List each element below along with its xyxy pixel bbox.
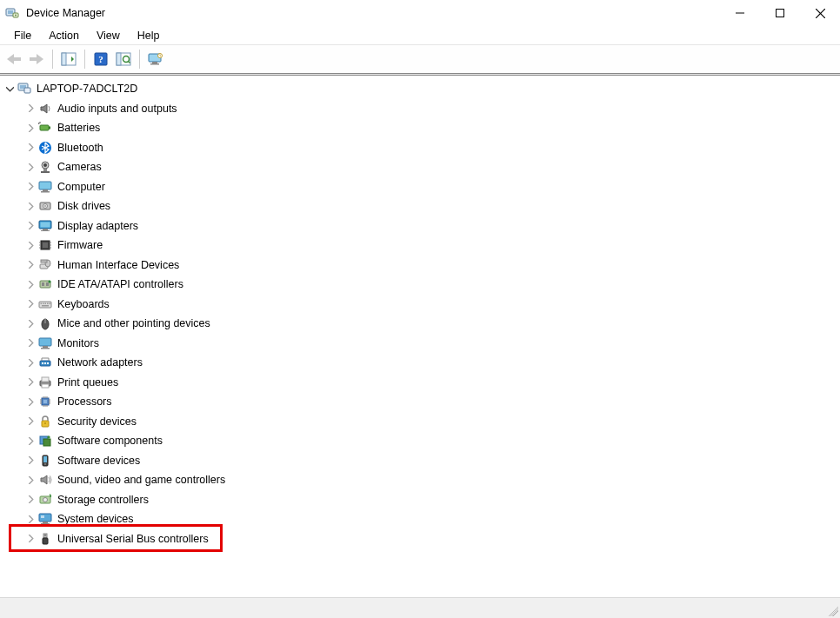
- svg-rect-66: [43, 346, 48, 348]
- tree-category-label: Batteries: [57, 122, 100, 134]
- menu-help[interactable]: Help: [129, 28, 169, 43]
- svg-rect-18: [152, 62, 157, 63]
- chevron-right-icon[interactable]: [26, 300, 35, 309]
- chevron-right-icon[interactable]: [26, 397, 35, 406]
- tree-category-ide[interactable]: IDE ATA/ATAPI controllers: [0, 275, 840, 295]
- svg-rect-74: [42, 384, 49, 388]
- device-tree[interactable]: LAPTOP-7ADCLT2DAudio inputs and outputsB…: [0, 76, 840, 594]
- svg-rect-30: [41, 171, 50, 173]
- svg-rect-56: [39, 302, 51, 308]
- chevron-right-icon[interactable]: [26, 515, 35, 523]
- tree-category-system[interactable]: System devices: [0, 509, 840, 529]
- svg-rect-42: [43, 243, 48, 248]
- tree-category-speaker[interactable]: Audio inputs and outputs: [0, 99, 840, 119]
- tree-category-label: Print queues: [57, 376, 118, 389]
- tree-category-monitor[interactable]: Monitors: [0, 334, 840, 354]
- swcomp-icon: [38, 434, 52, 448]
- close-button[interactable]: [800, 0, 840, 26]
- chevron-down-icon[interactable]: [5, 84, 14, 93]
- tree-root[interactable]: LAPTOP-7ADCLT2D: [0, 79, 840, 99]
- cpu-icon: [38, 395, 52, 409]
- tree-category-display[interactable]: Display adapters: [0, 216, 840, 236]
- svg-rect-61: [50, 302, 51, 304]
- tree-category-battery[interactable]: Batteries: [0, 118, 840, 138]
- toolbar-monitor-button[interactable]: [145, 49, 166, 70]
- tree-category-label: IDE ATA/ATAPI controllers: [57, 278, 183, 290]
- tree-category-storage[interactable]: Storage controllers: [0, 490, 840, 510]
- tree-category-mouse[interactable]: Mice and other pointing devices: [0, 314, 840, 334]
- svg-rect-105: [45, 535, 46, 536]
- chevron-right-icon[interactable]: [26, 319, 35, 328]
- tree-category-printer[interactable]: Print queues: [0, 373, 840, 393]
- svg-rect-92: [43, 439, 50, 446]
- chevron-right-icon[interactable]: [26, 475, 35, 484]
- svg-rect-33: [41, 191, 50, 193]
- toolbar-back-button[interactable]: [3, 49, 24, 70]
- svg-rect-99: [43, 522, 48, 523]
- network-icon: [38, 356, 52, 369]
- menu-file[interactable]: File: [5, 28, 40, 43]
- chevron-right-icon[interactable]: [26, 417, 35, 426]
- tree-category-disk[interactable]: Disk drives: [0, 196, 840, 216]
- chevron-right-icon[interactable]: [26, 143, 35, 152]
- svg-rect-25: [49, 127, 50, 130]
- svg-point-36: [44, 205, 46, 207]
- tree-category-swcomp[interactable]: Software components: [0, 431, 840, 451]
- svg-rect-40: [41, 230, 50, 231]
- chevron-right-icon[interactable]: [26, 358, 35, 367]
- toolbar-forward-button[interactable]: [26, 49, 47, 70]
- toolbar-showhide-button[interactable]: [58, 49, 79, 70]
- tree-category-label: Software devices: [57, 455, 140, 467]
- sound-icon: [38, 473, 52, 487]
- toolbar-scan-button[interactable]: [113, 49, 134, 70]
- chevron-right-icon[interactable]: [26, 261, 35, 269]
- chevron-right-icon[interactable]: [26, 535, 35, 543]
- chevron-right-icon[interactable]: [26, 104, 35, 113]
- minimize-button[interactable]: [720, 0, 760, 26]
- tree-category-firmware[interactable]: Firmware: [0, 236, 840, 256]
- tree-category-hid[interactable]: Human Interface Devices: [0, 256, 840, 276]
- svg-rect-103: [43, 538, 48, 544]
- menu-view[interactable]: View: [88, 28, 129, 43]
- tree-category-cpu[interactable]: Processors: [0, 392, 840, 412]
- chevron-right-icon[interactable]: [26, 241, 35, 249]
- chevron-right-icon[interactable]: [26, 280, 35, 289]
- tree-category-keyboard[interactable]: Keyboards: [0, 295, 840, 315]
- chevron-right-icon[interactable]: [26, 222, 35, 230]
- tree-category-bluetooth[interactable]: Bluetooth: [0, 138, 840, 158]
- svg-rect-69: [42, 362, 43, 364]
- chevron-right-icon[interactable]: [26, 436, 35, 445]
- chevron-right-icon[interactable]: [26, 183, 35, 191]
- chevron-right-icon[interactable]: [26, 123, 35, 132]
- svg-rect-54: [46, 282, 49, 286]
- tree-category-camera[interactable]: Cameras: [0, 157, 840, 177]
- ide-icon: [38, 277, 52, 291]
- svg-point-97: [43, 497, 48, 502]
- printer-icon: [38, 375, 52, 389]
- toolbar-help-button[interactable]: ?: [90, 49, 111, 70]
- chevron-right-icon[interactable]: [26, 339, 35, 348]
- tree-category-label: Universal Serial Bus controllers: [57, 533, 209, 545]
- tree-category-usb[interactable]: Universal Serial Bus controllers: [0, 529, 840, 549]
- menu-action[interactable]: Action: [40, 28, 88, 43]
- svg-rect-53: [42, 282, 44, 286]
- monitor-icon: [38, 336, 52, 350]
- chevron-right-icon[interactable]: [26, 456, 35, 465]
- chevron-right-icon[interactable]: [26, 163, 35, 171]
- svg-rect-14: [117, 53, 121, 65]
- tree-category-security[interactable]: Security devices: [0, 412, 840, 432]
- maximize-button[interactable]: [760, 0, 800, 26]
- battery-icon: [38, 121, 52, 135]
- svg-rect-76: [43, 400, 47, 403]
- speaker-icon: [38, 102, 52, 116]
- tree-category-network[interactable]: Network adapters: [0, 353, 840, 373]
- toolbar: ?: [0, 45, 840, 73]
- chevron-right-icon[interactable]: [26, 378, 35, 387]
- tree-category-label: Display adapters: [57, 220, 138, 232]
- tree-category-sound[interactable]: Sound, video and game controllers: [0, 470, 840, 490]
- tree-category-swdev[interactable]: Software devices: [0, 451, 840, 471]
- tree-category-label: Mice and other pointing devices: [57, 317, 210, 329]
- chevron-right-icon[interactable]: [26, 495, 35, 504]
- chevron-right-icon[interactable]: [26, 202, 35, 210]
- tree-category-computer[interactable]: Computer: [0, 177, 840, 197]
